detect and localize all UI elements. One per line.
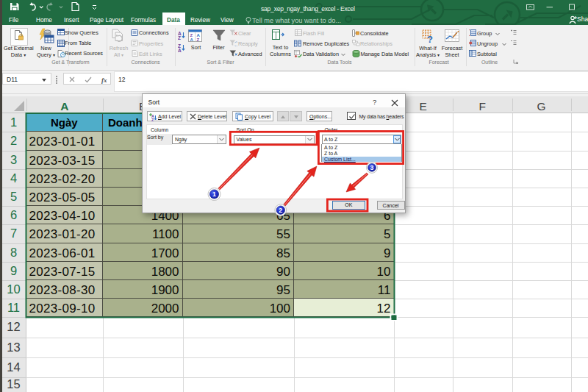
svg-text:?: ? bbox=[427, 34, 433, 43]
svg-text:fx: fx bbox=[101, 76, 107, 84]
svg-text:Z: Z bbox=[178, 35, 181, 40]
svg-text:A: A bbox=[178, 48, 182, 53]
svg-text:A: A bbox=[190, 37, 194, 41]
svg-text:Z: Z bbox=[197, 37, 200, 41]
